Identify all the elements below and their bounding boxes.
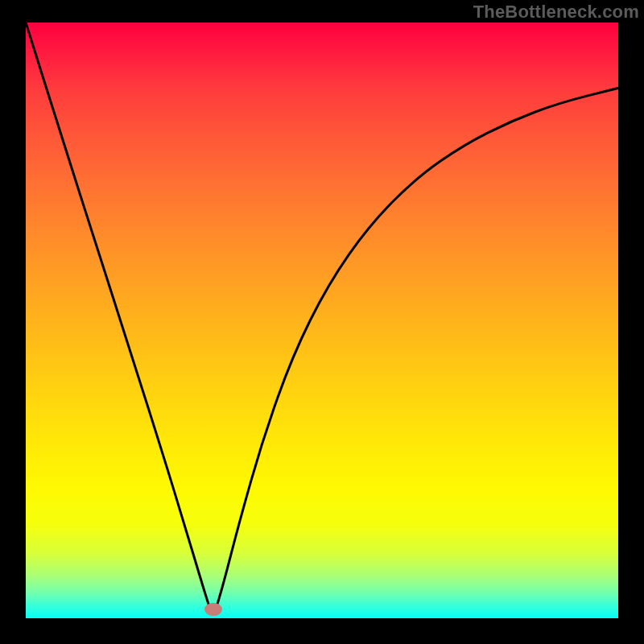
attribution-text: TheBottleneck.com: [473, 2, 639, 23]
plot-area: [26, 23, 618, 618]
chart-frame: TheBottleneck.com: [0, 0, 644, 644]
bottleneck-curve: [26, 23, 618, 618]
minimum-marker: [204, 603, 222, 616]
